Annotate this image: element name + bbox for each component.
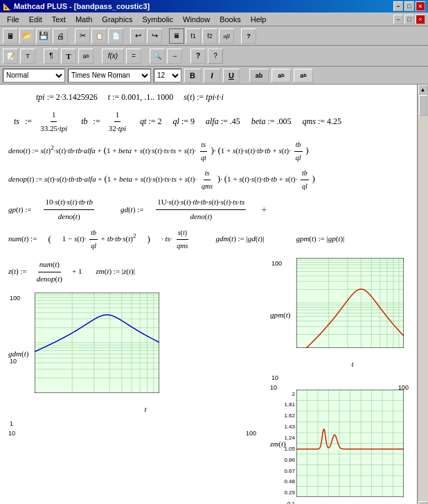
inner-restore[interactable]: □: [404, 15, 414, 24]
subscript-btn[interactable]: ab: [78, 49, 93, 64]
paste-button[interactable]: 📄: [108, 28, 123, 44]
line-num-gdm-gpm: num(t) := ( 1 − s(t)· tbql + tb·tb·s(t)2…: [8, 227, 409, 252]
plus-sign: +: [261, 201, 267, 218]
menu-window[interactable]: Window: [179, 14, 214, 25]
menu-help[interactable]: Help: [247, 14, 271, 25]
tb-assign: :=: [93, 114, 100, 130]
tb-den: 32·tpi: [107, 122, 127, 136]
close-button[interactable]: ×: [416, 1, 425, 11]
graph-br-ylabel: zm(t): [270, 437, 286, 451]
left-section: z(t) := num(t) denop(t) + 1 zm(t) := |z(…: [8, 258, 256, 429]
z-frac: num(t) denop(t): [35, 258, 64, 286]
menu-books[interactable]: Books: [215, 14, 245, 25]
line-gp-gd: gp(t) := 10·s(t)·s(t)·tb·tb deno(t) gd(t…: [8, 195, 409, 224]
gd-den: deno(t): [188, 210, 213, 224]
format3-btn[interactable]: ab: [294, 69, 313, 82]
equals-btn[interactable]: =: [126, 49, 141, 64]
ts-assign: :=: [25, 114, 32, 130]
ts-den: 33.25·tpi: [39, 122, 69, 136]
fn3-button[interactable]: αβ: [219, 28, 234, 44]
titlebar: 📐 Mathcad PLUS - [bandpass_coustic3] − □…: [0, 0, 428, 12]
help-button[interactable]: ?: [241, 28, 256, 44]
menu-symbolic[interactable]: Symbolic: [138, 14, 177, 25]
print-button[interactable]: 🖨: [53, 28, 68, 44]
num-label: num(t) :=: [8, 232, 37, 246]
scroll-up[interactable]: ▲: [418, 85, 428, 94]
insert-math[interactable]: 📝: [3, 49, 18, 64]
fn1-button[interactable]: f1: [186, 28, 201, 44]
fx-btn[interactable]: f(x): [102, 49, 124, 64]
fn2-button[interactable]: f2: [202, 28, 217, 44]
tb-label: tb: [81, 114, 87, 130]
inner-close[interactable]: ×: [416, 15, 425, 24]
zoom-btn[interactable]: 🔍: [150, 49, 165, 64]
format1-btn[interactable]: ab: [249, 69, 269, 82]
ts-num: 1: [51, 108, 57, 123]
z-plus-one: + 1: [72, 265, 82, 279]
worksheet: tpi := 2·3.1425926 t := 0.001, .1.. 1000…: [0, 85, 417, 504]
paragraph-btn[interactable]: ¶: [44, 49, 59, 64]
titlebar-controls[interactable]: − □ ×: [393, 1, 425, 11]
main-area: tpi := 2·3.1425926 t := 0.001, .1.. 1000…: [0, 85, 428, 504]
cut-button[interactable]: ✂: [75, 28, 90, 44]
text-btn[interactable]: T: [61, 49, 76, 64]
insert-text[interactable]: T: [20, 49, 35, 64]
paren-close: ): [148, 231, 150, 247]
calculator-button[interactable]: 🖩: [3, 28, 18, 44]
underline-btn[interactable]: U: [223, 69, 240, 82]
undo-button[interactable]: ↩: [130, 28, 145, 44]
z-num: num(t): [38, 258, 61, 272]
scrollbar-vertical[interactable]: ▲ ▼: [417, 85, 428, 504]
italic-btn[interactable]: I: [204, 69, 220, 82]
formatbar: Normal Times New Roman 12 B I U ab ab ab: [0, 67, 428, 85]
graph-tr-canvas: [296, 258, 404, 348]
inner-minimize[interactable]: −: [393, 15, 403, 24]
menu-text[interactable]: Text: [48, 14, 70, 25]
open-button[interactable]: 📂: [19, 28, 35, 44]
menu-math[interactable]: Math: [71, 14, 96, 25]
style-select[interactable]: Normal: [3, 69, 65, 82]
qms-def: qms := 4.25: [303, 114, 341, 130]
line-denop: denop(t) := s(t)·s(t)·tb·tb·alfa + (1 + …: [8, 167, 409, 193]
menu-graphics[interactable]: Graphics: [98, 14, 136, 25]
redo-button[interactable]: ↪: [147, 28, 162, 44]
arrow-btn[interactable]: →: [167, 49, 182, 64]
tb-fraction: 1 32·tpi: [107, 108, 127, 137]
tpi-def: tpi := 2·3.1425926 t := 0.001, .1.. 1000…: [36, 90, 224, 105]
help2-btn[interactable]: ?: [190, 49, 206, 64]
help3-btn[interactable]: ?: [208, 49, 223, 64]
scroll-thumb[interactable]: [419, 95, 427, 116]
save-button[interactable]: 💾: [36, 28, 51, 44]
gp-label: gp(t) :=: [8, 203, 31, 217]
denop-def: denop(t) := s(t)·s(t)·tb·tb·alfa + (1 + …: [8, 167, 315, 193]
num-expr: 1 − s(t)· tbql + tb·tb·s(t)2: [62, 227, 136, 252]
maximize-button[interactable]: □: [404, 1, 414, 11]
line-ts-tb: ts := 1 33.25·tpi tb := 1 32·tpi qt := 2…: [14, 108, 409, 137]
deno-def: deno(t) := s(t)2·s(t)·tb·tb·alfa + (1 + …: [8, 139, 309, 164]
right-section: 100 10 gpm(t) 10 100 t: [270, 258, 409, 504]
bold-btn[interactable]: B: [184, 69, 201, 82]
gp-den: deno(t): [57, 210, 82, 224]
ts-label: ts: [14, 114, 19, 130]
copy-button[interactable]: 📋: [91, 28, 107, 44]
line-deno: deno(t) := s(t)2·s(t)·tb·tb·alfa + (1 + …: [8, 139, 409, 164]
gp-frac: 10·s(t)·s(t)·tb·tb deno(t): [44, 195, 94, 224]
scroll-down[interactable]: ▼: [418, 501, 428, 504]
graph-tr-wrapper: 100 10 gpm(t) 10 100 t: [270, 258, 409, 384]
qt-def: qt := 2: [140, 114, 161, 130]
size-select[interactable]: 12: [154, 69, 181, 82]
calculator2-button[interactable]: 🖩: [169, 28, 184, 44]
graph-br-wrapper: 2 1.81 1.62 1.43 1.24 1.05 0.86 0.67 0.4…: [270, 390, 409, 504]
font-select[interactable]: Times New Roman: [68, 69, 151, 82]
z-den: denop(t): [35, 272, 64, 286]
format2-btn[interactable]: ab: [271, 69, 291, 82]
graph-bottom-left-wrapper: 100 10 1 gdm(t) 10 100 t: [8, 293, 256, 429]
toolbar-main: 🖩 📂 💾 🖨 ✂ 📋 📄 ↩ ↪ 🖩 f1 f2 αβ ?: [0, 26, 428, 46]
beta-def: beta := .005: [251, 114, 292, 130]
menu-file[interactable]: File: [3, 14, 24, 25]
minimize-button[interactable]: −: [393, 1, 403, 11]
menu-edit[interactable]: Edit: [25, 14, 46, 25]
titlebar-left: 📐 Mathcad PLUS - [bandpass_coustic3]: [3, 2, 150, 10]
scroll-track[interactable]: [418, 94, 428, 501]
graph-bl-ylabel: gdm(t): [8, 347, 28, 361]
